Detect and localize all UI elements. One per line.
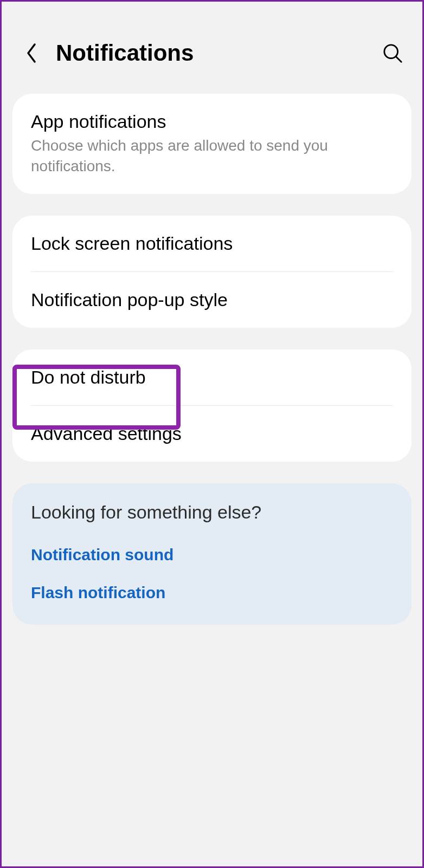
card-display-settings: Lock screen notifications Notification p… xyxy=(12,216,412,328)
item-title: App notifications xyxy=(31,111,393,132)
item-subtitle: Choose which apps are allowed to send yo… xyxy=(31,135,393,177)
svg-line-1 xyxy=(396,57,402,62)
item-title: Advanced settings xyxy=(31,423,393,444)
chevron-left-icon xyxy=(25,42,38,64)
search-button[interactable] xyxy=(379,40,406,67)
item-title: Do not disturb xyxy=(31,367,393,388)
search-icon xyxy=(382,43,403,63)
page-title: Notifications xyxy=(56,40,379,66)
item-do-not-disturb[interactable]: Do not disturb xyxy=(12,349,412,405)
back-button[interactable] xyxy=(18,40,45,67)
link-notification-sound[interactable]: Notification sound xyxy=(12,536,412,574)
item-advanced-settings[interactable]: Advanced settings xyxy=(12,406,412,462)
item-app-notifications[interactable]: App notifications Choose which apps are … xyxy=(12,94,412,194)
item-title: Lock screen notifications xyxy=(31,233,393,254)
card-app-notifications: App notifications Choose which apps are … xyxy=(12,94,412,194)
page-header: Notifications xyxy=(2,2,422,94)
looking-for-heading: Looking for something else? xyxy=(12,483,412,536)
link-flash-notification[interactable]: Flash notification xyxy=(12,574,412,625)
card-dnd-advanced: Do not disturb Advanced settings xyxy=(12,349,412,462)
item-title: Notification pop-up style xyxy=(31,289,393,310)
item-lock-screen-notifications[interactable]: Lock screen notifications xyxy=(12,216,412,271)
card-looking-for: Looking for something else? Notification… xyxy=(12,483,412,625)
item-popup-style[interactable]: Notification pop-up style xyxy=(12,272,412,328)
